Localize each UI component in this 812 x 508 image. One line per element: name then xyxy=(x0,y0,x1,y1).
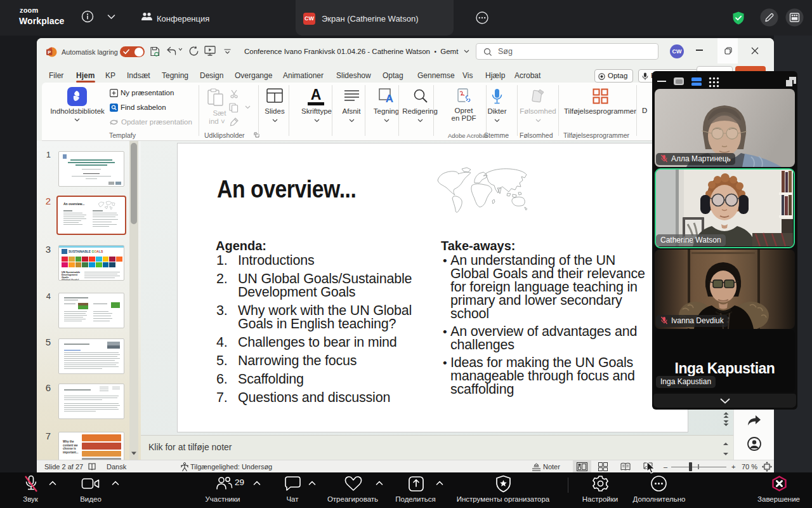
svg-text:A: A xyxy=(386,93,393,104)
svg-text:P: P xyxy=(48,50,51,55)
